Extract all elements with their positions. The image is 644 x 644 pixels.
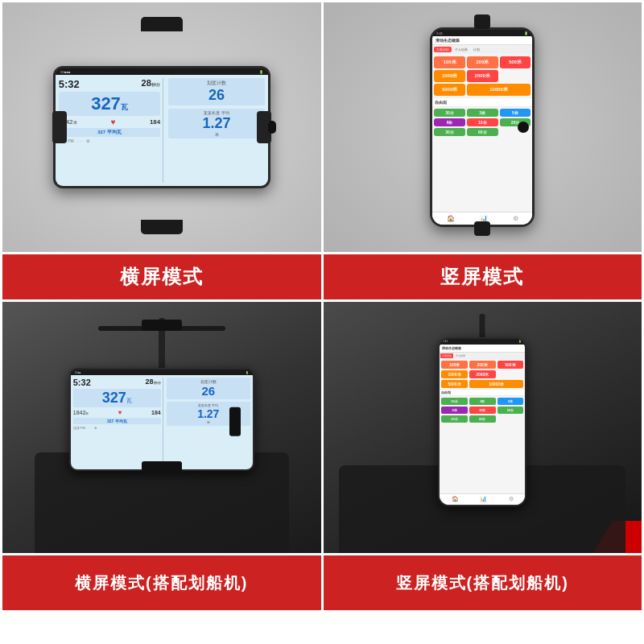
p-status-right: 🔋 <box>524 31 528 35</box>
sp-fs-60: 60分 <box>469 415 496 423</box>
sp-btn-100m: 100米 <box>441 361 468 369</box>
sp-fs-5b: 5块 <box>497 398 524 405</box>
sl-avg: 327 平均瓦 <box>73 418 161 424</box>
btn-500m: 500米 <box>500 56 531 68</box>
sl-power: 327 <box>102 390 126 406</box>
phone-portrait-2: 9:41 🔋 滑动生态锻炼 力量训练 个人纪录 100米 200米 500米 1… <box>438 337 526 506</box>
holder-side-bl <box>229 407 241 436</box>
workout-time: 5:32 <box>59 78 80 90</box>
bracket-bottom-p <box>474 221 490 236</box>
nav-icon-3: ⚙ <box>513 215 518 222</box>
sp-nav-3: ⚙ <box>509 496 514 502</box>
sp-fs-8b: 8块 <box>441 407 468 414</box>
bottom-left-cell: 5G■■ 🔋 5:32 28秒/分 327瓦 1842米 ♥ 184 <box>2 302 321 553</box>
sp-fs-30b: 30分 <box>441 415 468 423</box>
sp-title: 滑动生态锻炼 <box>440 345 525 353</box>
phone-landscape: 5G■■■ 🔋 5:32 28秒/分 <box>53 66 270 188</box>
sl-status: 连接 PM· · ·⚙ <box>73 426 161 430</box>
label-landscape-rower: 横屏模式(搭配划船机) <box>2 555 321 610</box>
knob <box>268 121 276 134</box>
app-tab3: 计划 <box>471 47 482 52</box>
length-unit: 米 <box>170 132 263 137</box>
sp-fs-3b: 3块 <box>469 398 496 405</box>
sp-status-right: 🔋 <box>518 340 522 343</box>
app-screen: 滑动生态锻炼 力量训练 个人纪录 计划 100米 200米 500米 1000米… <box>432 36 532 225</box>
top-left-cell: 5G■■■ 🔋 5:32 28秒/分 <box>2 2 321 252</box>
fs-30min2: 30分 <box>434 128 465 136</box>
sl-heart-val: 184 <box>151 410 161 415</box>
status-bar-right: 🔋 <box>259 70 263 74</box>
top-right-cell: 9:41 🔋 滑动生态锻炼 力量训练 个人纪录 计划 100米 200米 500… <box>324 2 642 252</box>
sp-fs-30: 30分 <box>441 398 468 405</box>
btn-5000m: 5000米 <box>434 84 465 96</box>
sp-btn-1000m: 1000米 <box>441 370 468 378</box>
bracket-left <box>52 111 67 143</box>
fs-60min: 60分 <box>467 128 498 136</box>
fs-10block: 10块 <box>467 118 498 126</box>
knob-p <box>518 122 529 133</box>
sp-btn-2000m: 2000米 <box>469 370 496 378</box>
sl-time: 5:32 <box>73 378 91 387</box>
sp-tab1: 力量训练 <box>440 353 453 358</box>
workout-power: 327瓦 <box>60 93 159 114</box>
status-bar-left: 5G■■■ <box>60 70 71 74</box>
sp-btn-10000m: 10000米 <box>469 380 523 388</box>
sp-tab2: 个人纪录 <box>454 353 467 358</box>
workout-screen: 5:32 28秒/分 327瓦 1842米 ♥ 184 <box>56 75 268 186</box>
bracket-bottom <box>141 220 183 234</box>
sl-heart-icon: ♥ <box>118 409 122 416</box>
fs-3block: 3块 <box>467 109 498 117</box>
btn-1000m: 1000米 <box>434 70 465 82</box>
workout-heart: 184 <box>150 118 160 126</box>
sp-status-left: 9:41 <box>443 340 448 343</box>
app-title: 滑动生态锻炼 <box>432 36 532 45</box>
sl-speed: 28秒/分 <box>146 378 161 387</box>
sp-nav-2: 📊 <box>480 496 487 502</box>
holder-bottom-bl <box>142 461 182 473</box>
holder-top-bl <box>142 320 182 331</box>
workout-speed: 28秒/分 <box>142 78 161 88</box>
app-tab2: 个人纪录 <box>452 47 470 52</box>
btn-100m: 100米 <box>434 56 465 68</box>
section-freestyle: 自由划 <box>432 97 532 107</box>
btn-10000m: 10000米 <box>467 84 530 96</box>
sp-btn-200m: 200米 <box>469 361 496 369</box>
phone-landscape-2: 5G■■ 🔋 5:32 28秒/分 327瓦 1842米 ♥ 184 <box>69 368 254 471</box>
workout-avg: 327 平均瓦 <box>59 128 161 137</box>
count-label: 划桨计数 <box>170 80 263 87</box>
sl-bar-right: 🔋 <box>246 371 249 374</box>
sp-nav-1: 🏠 <box>452 496 459 502</box>
fs-8block: 8块 <box>434 118 465 126</box>
length-val: 1.27 <box>170 115 263 132</box>
sp-fs-10b: 10块 <box>469 407 496 414</box>
count-val: 26 <box>170 87 263 104</box>
sl-dist: 1842米 <box>73 410 89 415</box>
label-portrait: 竖屏模式 <box>324 254 642 299</box>
sl-count: 26 <box>168 384 249 398</box>
bracket-top-p <box>474 14 490 29</box>
sp-fs-20: 20分 <box>497 407 524 414</box>
workout-status: 连接 PM · · · ⚙ <box>59 138 161 143</box>
nav-icon-1: 🏠 <box>447 215 455 222</box>
sl-bar-left: 5G■■ <box>75 371 81 374</box>
bracket-top <box>141 17 183 31</box>
label-landscape: 横屏模式 <box>2 254 321 299</box>
sl-power-unit: 瓦 <box>126 398 132 403</box>
heart-icon: ♥ <box>111 118 116 126</box>
p-status-left: 9:41 <box>436 31 443 35</box>
sp-btn-500m: 500米 <box>497 361 524 369</box>
btn-2000m: 2000米 <box>467 70 498 82</box>
bottom-right-cell: 9:41 🔋 滑动生态锻炼 力量训练 个人纪录 100米 200米 500米 1… <box>324 302 642 553</box>
sp-freestyle-title: 自由划 <box>440 389 525 396</box>
btn-200m: 200米 <box>467 56 498 68</box>
label-portrait-rower: 竖屏模式(搭配划船机) <box>324 555 642 610</box>
fs-5block: 5块 <box>500 109 531 117</box>
app-tab1: 力量训练 <box>434 47 452 52</box>
sp-btn-5000m: 5000米 <box>441 380 468 388</box>
fs-30min: 30分 <box>434 109 465 117</box>
